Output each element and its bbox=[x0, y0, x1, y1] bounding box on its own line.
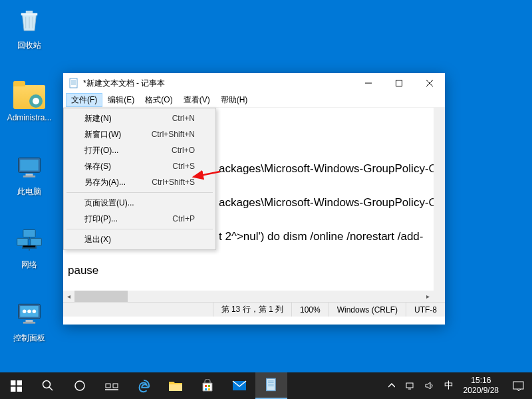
svg-rect-18 bbox=[17, 380, 21, 385]
menu-item-3[interactable]: 保存(S)Ctrl+S bbox=[66, 158, 213, 174]
status-zoom: 100% bbox=[291, 303, 329, 317]
svg-rect-3 bbox=[23, 176, 35, 178]
menu-item-2[interactable]: 打开(O)...Ctrl+O bbox=[66, 142, 213, 158]
desktop-icon-this-pc[interactable]: 此电脑 bbox=[4, 152, 55, 198]
menubar: 文件(F) 编辑(E) 格式(O) 查看(V) 帮助(H) bbox=[63, 93, 445, 108]
desktop-icon-label: 回收站 bbox=[4, 40, 55, 51]
svg-rect-17 bbox=[11, 380, 15, 385]
tray-clock[interactable]: 15:16 2020/9/28 bbox=[458, 376, 504, 396]
status-encoding: UTF-8 bbox=[406, 303, 445, 317]
status-position: 第 13 行，第 1 列 bbox=[213, 303, 291, 317]
svg-rect-36 bbox=[513, 382, 523, 389]
tray-notifications-icon[interactable] bbox=[504, 372, 532, 399]
folder-icon bbox=[13, 78, 45, 110]
scroll-corner bbox=[434, 291, 445, 302]
vertical-scrollbar[interactable] bbox=[434, 108, 445, 291]
minimize-button[interactable] bbox=[353, 73, 384, 93]
tray-overflow-icon[interactable] bbox=[384, 372, 400, 399]
svg-rect-34 bbox=[406, 383, 413, 388]
svg-rect-2 bbox=[26, 174, 33, 176]
svg-rect-33 bbox=[267, 378, 275, 390]
menu-item-9[interactable]: 退出(X) bbox=[66, 231, 213, 247]
close-button[interactable] bbox=[414, 73, 445, 93]
svg-rect-28 bbox=[205, 385, 207, 387]
svg-rect-29 bbox=[208, 385, 210, 387]
desktop-icon-recycle-bin[interactable]: 回收站 bbox=[4, 5, 55, 51]
menu-file[interactable]: 文件(F) bbox=[66, 93, 102, 107]
horizontal-scrollbar[interactable]: ◂ ▸ bbox=[63, 291, 434, 302]
cortana-button[interactable] bbox=[64, 372, 96, 399]
notepad-window: *新建文本文档 - 记事本 文件(F) 编辑(E) 格式(O) 查看(V) 帮助… bbox=[63, 73, 445, 325]
start-button[interactable] bbox=[0, 372, 32, 399]
file-menu-dropdown: 新建(N)Ctrl+N新窗口(W)Ctrl+Shift+N打开(O)...Ctr… bbox=[63, 108, 216, 250]
svg-rect-30 bbox=[205, 388, 207, 390]
scroll-left-arrow[interactable]: ◂ bbox=[63, 291, 74, 302]
menu-item-7[interactable]: 打印(P)...Ctrl+P bbox=[66, 211, 213, 227]
tray-network-icon[interactable] bbox=[400, 372, 420, 399]
task-view-button[interactable] bbox=[96, 372, 128, 399]
taskbar-file-explorer[interactable] bbox=[160, 372, 192, 399]
maximize-button[interactable] bbox=[384, 73, 414, 93]
tray-time: 15:16 bbox=[464, 376, 499, 386]
menu-view[interactable]: 查看(V) bbox=[178, 93, 215, 107]
control-panel-icon bbox=[13, 298, 45, 330]
desktop-icon-user-folder[interactable]: Administra... bbox=[4, 78, 55, 122]
desktop-icon-label: 此电脑 bbox=[4, 186, 55, 198]
menu-help[interactable]: 帮助(H) bbox=[215, 93, 253, 107]
desktop-icon-label: 网络 bbox=[4, 259, 55, 271]
tray-date: 2020/9/28 bbox=[464, 386, 499, 396]
menu-edit[interactable]: 编辑(E) bbox=[102, 93, 140, 107]
svg-line-22 bbox=[49, 387, 53, 390]
menu-item-4[interactable]: 另存为(A)...Ctrl+Shift+S bbox=[66, 174, 213, 190]
svg-point-21 bbox=[43, 381, 51, 388]
taskbar-mail[interactable] bbox=[223, 372, 255, 399]
svg-rect-1 bbox=[20, 160, 39, 171]
svg-rect-5 bbox=[31, 238, 41, 245]
recycle-bin-icon bbox=[13, 5, 45, 37]
scrollbar-thumb[interactable] bbox=[74, 291, 128, 302]
desktop-icon-network[interactable]: 网络 bbox=[4, 225, 55, 271]
scroll-right-arrow[interactable]: ▸ bbox=[422, 291, 434, 302]
desktop: 回收站 Administra... 此电脑 网络 控制面板 *新建文本文档 - … bbox=[0, 0, 532, 372]
svg-rect-6 bbox=[23, 230, 35, 237]
statusbar: 第 13 行，第 1 列 100% Windows (CRLF) UTF-8 bbox=[63, 302, 445, 317]
svg-point-12 bbox=[27, 310, 31, 314]
network-icon bbox=[13, 225, 45, 257]
notepad-icon bbox=[68, 78, 79, 88]
window-title: *新建文本文档 - 记事本 bbox=[83, 78, 353, 89]
svg-point-23 bbox=[75, 381, 84, 390]
svg-rect-27 bbox=[169, 384, 182, 391]
status-line-ending: Windows (CRLF) bbox=[329, 303, 406, 317]
menu-item-6[interactable]: 页面设置(U)... bbox=[66, 195, 213, 211]
svg-rect-10 bbox=[23, 322, 35, 324]
desktop-icon-control-panel[interactable]: 控制面板 bbox=[4, 298, 55, 344]
svg-rect-25 bbox=[113, 384, 118, 388]
search-button[interactable] bbox=[32, 372, 64, 399]
svg-point-13 bbox=[33, 310, 36, 314]
desktop-icon-label: 控制面板 bbox=[4, 332, 55, 344]
svg-rect-19 bbox=[11, 386, 15, 391]
taskbar: 中 15:16 2020/9/28 bbox=[0, 372, 532, 399]
svg-rect-4 bbox=[17, 238, 28, 245]
tray-volume-icon[interactable] bbox=[420, 372, 440, 399]
taskbar-notepad[interactable] bbox=[255, 372, 287, 399]
svg-rect-9 bbox=[26, 320, 33, 322]
menu-item-1[interactable]: 新窗口(W)Ctrl+Shift+N bbox=[66, 126, 213, 142]
svg-rect-15 bbox=[396, 80, 402, 86]
taskbar-edge[interactable] bbox=[128, 372, 160, 399]
desktop-icon-label: Administra... bbox=[4, 113, 55, 122]
svg-rect-31 bbox=[208, 388, 210, 390]
svg-rect-24 bbox=[106, 384, 110, 388]
tray-ime[interactable]: 中 bbox=[440, 372, 458, 399]
taskbar-store[interactable] bbox=[192, 372, 223, 399]
svg-point-11 bbox=[23, 310, 26, 314]
menu-item-0[interactable]: 新建(N)Ctrl+N bbox=[66, 110, 213, 126]
system-tray: 中 15:16 2020/9/28 bbox=[384, 372, 532, 399]
pc-icon bbox=[13, 152, 45, 184]
svg-rect-20 bbox=[17, 386, 21, 391]
titlebar[interactable]: *新建文本文档 - 记事本 bbox=[63, 73, 445, 93]
menu-format[interactable]: 格式(O) bbox=[140, 93, 178, 107]
